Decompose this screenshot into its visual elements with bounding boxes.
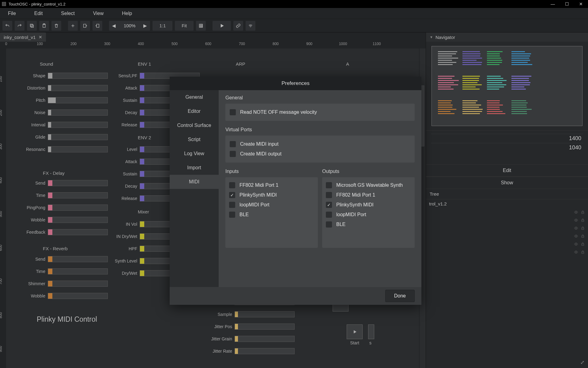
- inputs-header: Inputs: [225, 169, 318, 174]
- midi-input-label: loopMIDI Port: [239, 202, 270, 208]
- pref-tab-editor[interactable]: Editor: [170, 104, 219, 118]
- dialog-title: Preferences: [170, 77, 421, 90]
- preferences-dialog: Preferences GeneralEditorControl Surface…: [170, 77, 421, 305]
- midi-input-label: PlinkySynth MIDI: [239, 192, 277, 198]
- checkbox-create-midi-out[interactable]: [230, 151, 236, 157]
- midi-input-checkbox[interactable]: [229, 192, 235, 198]
- midi-output-label: PlinkySynth MIDI: [336, 202, 374, 208]
- midi-output-label: FF802 Midi Port 1: [336, 192, 375, 198]
- outputs-header: Outputs: [322, 169, 415, 174]
- midi-output-checkbox[interactable]: [326, 202, 332, 208]
- pref-tab-script[interactable]: Script: [170, 132, 219, 147]
- pref-tab-midi[interactable]: MIDI: [170, 175, 219, 189]
- midi-output-label: loopMIDI Port: [336, 212, 366, 217]
- done-button[interactable]: Done: [385, 290, 415, 302]
- midi-input-checkbox[interactable]: [229, 202, 235, 208]
- label-read-noteoff: Read NOTE OFF message velocity: [240, 109, 317, 115]
- checkbox-create-midi-in[interactable]: [230, 141, 236, 147]
- section-vports-header: Virtual Ports: [225, 127, 415, 132]
- pref-tab-log-view[interactable]: Log View: [170, 147, 219, 161]
- pref-tab-general[interactable]: General: [170, 90, 219, 104]
- midi-output-checkbox[interactable]: [326, 192, 332, 198]
- midi-output-checkbox[interactable]: [326, 182, 332, 188]
- preferences-tabs: GeneralEditorControl SurfaceScriptLog Vi…: [170, 90, 219, 287]
- midi-output-checkbox[interactable]: [326, 212, 332, 218]
- pref-tab-control-surface[interactable]: Control Surface: [170, 118, 219, 132]
- midi-output-checkbox[interactable]: [326, 221, 332, 228]
- midi-input-checkbox[interactable]: [229, 182, 235, 188]
- label-create-midi-in: Create MIDI input: [240, 141, 278, 147]
- midi-output-label: BLE: [336, 222, 345, 227]
- section-general-header: General: [225, 95, 415, 101]
- checkbox-read-noteoff[interactable]: [230, 109, 236, 115]
- pref-tab-import[interactable]: Import: [170, 161, 219, 175]
- label-create-midi-out: Create MIDI output: [240, 151, 281, 157]
- midi-input-label: FF802 Midi Port 1: [239, 182, 278, 188]
- midi-input-checkbox[interactable]: [229, 212, 235, 218]
- midi-output-label: Microsoft GS Wavetable Synth: [336, 182, 403, 188]
- midi-input-label: BLE: [239, 212, 249, 217]
- modal-backdrop: Preferences GeneralEditorControl Surface…: [0, 0, 588, 368]
